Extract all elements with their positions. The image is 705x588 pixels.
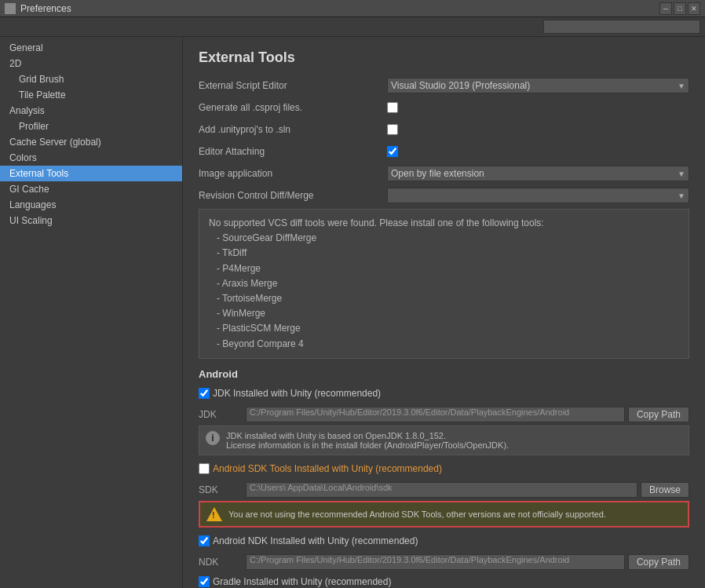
sidebar-item-general[interactable]: General [0,40,182,56]
main-layout: General 2D Grid Brush Tile Palette Analy… [0,37,705,588]
image-application-dropdown[interactable]: Open by file extension ▼ [387,166,689,181]
diff-tools-line7: - WinMerge [209,306,679,321]
jdk-path-input: C:/Program Files/Unity/Hub/Editor/2019.3… [246,407,625,422]
ndk-copy-path-button[interactable]: Copy Path [628,554,689,570]
jdk-checkbox[interactable] [199,388,210,399]
add-unityproj-row: Add .unityproj's to .sln [199,121,689,138]
diff-tools-line5: - Araxis Merge [209,276,679,291]
maximize-button[interactable]: □ [674,2,686,15]
sdk-warning-box: You are not using the recommended Androi… [199,501,689,528]
jdk-copy-path-button[interactable]: Copy Path [628,407,689,422]
image-application-row: Image application Open by file extension… [199,165,689,182]
sidebar-item-analysis[interactable]: Analysis [0,103,182,119]
add-unityproj-checkbox[interactable] [387,124,398,135]
image-application-control: Open by file extension ▼ [387,166,689,181]
jdk-info-text: JDK installed with Unity is based on Ope… [226,431,509,450]
page-title: External Tools [199,49,689,66]
jdk-path-row: JDK C:/Program Files/Unity/Hub/Editor/20… [199,407,689,422]
warning-triangle-shape [206,507,222,521]
editor-attaching-label: Editor Attaching [199,146,387,157]
ndk-checkbox[interactable] [199,535,210,546]
sidebar-item-profiler[interactable]: Profiler [0,119,182,134]
revision-control-dropdown[interactable]: ▼ [387,188,689,203]
title-bar: Preferences ─ □ ✕ [0,0,705,17]
gradle-check-wrapper: Gradle Installed with Unity (recommended… [199,576,391,587]
revision-control-control: ▼ [387,188,689,203]
revision-control-row: Revision Control Diff/Merge ▼ [199,187,689,204]
sidebar-item-cache-server[interactable]: Cache Server (global) [0,134,182,150]
generate-csproj-checkbox[interactable] [387,102,398,113]
ndk-check-label: Android NDK Installed with Unity (recomm… [213,535,418,546]
generate-csproj-label: Generate all .csproj files. [199,102,387,113]
sidebar-item-external-tools[interactable]: External Tools [0,166,182,181]
sidebar-item-colors[interactable]: Colors [0,150,182,166]
sidebar-item-grid-brush[interactable]: Grid Brush [0,71,182,87]
minimize-button[interactable]: ─ [659,2,672,15]
jdk-check-row: JDK Installed with Unity (recommended) [199,385,689,402]
jdk-check-label: JDK Installed with Unity (recommended) [213,388,381,399]
sdk-check-wrapper: Android SDK Tools Installed with Unity (… [199,463,442,474]
sdk-checkbox[interactable] [199,463,210,474]
sidebar: General 2D Grid Brush Tile Palette Analy… [0,37,183,588]
title-bar-text: Preferences [20,3,655,14]
top-search-input[interactable] [543,20,700,34]
header-search-row [0,17,705,37]
gradle-checkbox[interactable] [199,576,210,587]
content-area: External Tools External Script Editor Vi… [183,37,705,588]
title-bar-controls: ─ □ ✕ [659,2,700,15]
warning-icon [206,507,222,521]
diff-tools-message-box: No supported VCS diff tools were found. … [199,209,689,359]
dropdown-arrow-icon3: ▼ [678,192,685,200]
external-script-editor-row: External Script Editor Visual Studio 201… [199,77,689,94]
generate-csproj-control [387,102,689,113]
external-script-editor-control: Visual Studio 2019 (Professional) ▼ [387,78,689,93]
diff-tools-line2: - SourceGear DiffMerge [209,231,679,246]
ndk-path-row: NDK C:/Program Files/Unity/Hub/Editor/20… [199,554,689,570]
sidebar-item-languages[interactable]: Languages [0,197,182,213]
sidebar-item-gi-cache[interactable]: GI Cache [0,181,182,197]
dropdown-arrow-icon2: ▼ [678,170,685,178]
external-script-editor-dropdown[interactable]: Visual Studio 2019 (Professional) ▼ [387,78,689,93]
editor-attaching-row: Editor Attaching [199,143,689,160]
editor-attaching-checkbox[interactable] [387,146,398,157]
external-script-editor-value: Visual Studio 2019 (Professional) [391,80,530,91]
diff-tools-line1: No supported VCS diff tools were found. … [209,216,679,231]
ndk-check-row: Android NDK Installed with Unity (recomm… [199,532,689,550]
diff-tools-line6: - TortoiseMerge [209,291,679,306]
diff-tools-line8: - PlasticSCM Merge [209,321,679,336]
editor-attaching-control [387,146,689,157]
external-script-editor-label: External Script Editor [199,80,387,91]
image-application-value: Open by file extension [391,168,484,179]
ndk-label: NDK [199,557,246,568]
jdk-info-box: i JDK installed with Unity is based on O… [199,425,689,455]
jdk-check-wrapper: JDK Installed with Unity (recommended) [199,388,381,399]
ndk-check-wrapper: Android NDK Installed with Unity (recomm… [199,535,418,546]
add-unityproj-label: Add .unityproj's to .sln [199,124,387,135]
gradle-check-label: Gradle Installed with Unity (recommended… [213,576,391,587]
sdk-path-input: C:\Users\ AppData\Local\Android\sdk [246,482,637,498]
info-icon: i [206,431,220,445]
revision-control-label: Revision Control Diff/Merge [199,190,387,201]
diff-tools-line4: - P4Merge [209,261,679,276]
sdk-check-label: Android SDK Tools Installed with Unity (… [213,463,442,474]
sdk-warning-text: You are not using the recommended Androi… [228,509,606,519]
image-application-label: Image application [199,168,387,179]
diff-tools-line9: - Beyond Compare 4 [209,337,679,352]
sdk-check-row: Android SDK Tools Installed with Unity (… [199,460,689,477]
diff-tools-line3: - TkDiff [209,246,679,261]
sdk-label: SDK [199,484,246,495]
app-icon [5,3,16,14]
jdk-label: JDK [199,409,246,420]
ndk-path-input: C:/Program Files/Unity/Hub/Editor/2019.3… [246,554,625,570]
android-section-header: Android [199,368,689,380]
generate-csproj-row: Generate all .csproj files. [199,99,689,116]
sdk-browse-button[interactable]: Browse [641,482,689,498]
add-unityproj-control [387,124,689,135]
sdk-path-row: SDK C:\Users\ AppData\Local\Android\sdk … [199,482,689,498]
dropdown-arrow-icon: ▼ [678,82,685,90]
gradle-check-row: Gradle Installed with Unity (recommended… [199,573,689,588]
sidebar-item-ui-scaling[interactable]: UI Scaling [0,213,182,228]
sidebar-item-tile-palette[interactable]: Tile Palette [0,87,182,103]
sidebar-item-2d[interactable]: 2D [0,56,182,71]
close-button[interactable]: ✕ [688,2,700,15]
